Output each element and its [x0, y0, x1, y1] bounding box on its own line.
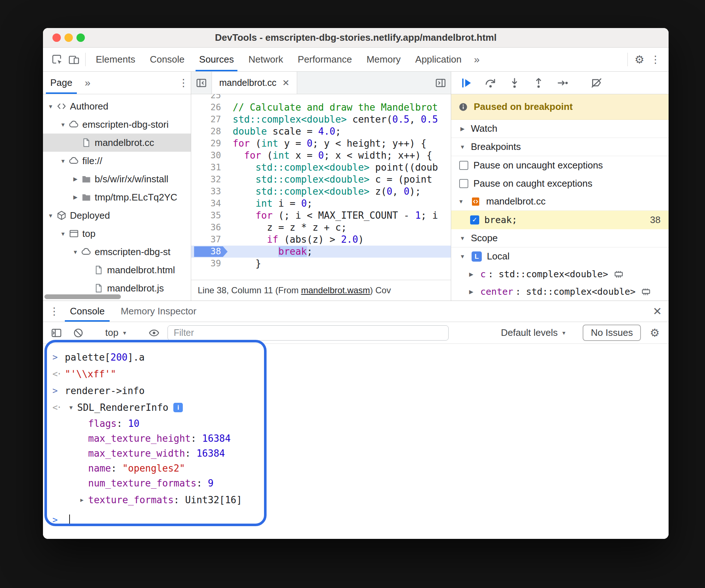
console-settings-gear-icon[interactable]: ⚙	[646, 326, 663, 339]
line-number[interactable]: 34	[191, 198, 228, 210]
line-number[interactable]: 29	[191, 138, 228, 150]
clear-console-icon[interactable]	[70, 327, 87, 339]
breakpoint-checkbox[interactable]: ✓	[470, 215, 479, 225]
editor-file-tab[interactable]: mandelbrot.cc ✕	[212, 72, 297, 94]
tree-item[interactable]: ▼emscripten-dbg-stori	[43, 115, 191, 134]
breakpoints-section-header[interactable]: ▼ Breakpoints	[451, 138, 669, 156]
more-tabs-button[interactable]: »	[469, 48, 485, 71]
resume-script-icon[interactable]	[456, 77, 477, 89]
tree-item[interactable]: mandelbrot.html	[43, 261, 191, 279]
chevron-down-icon[interactable]: ▼	[58, 158, 68, 164]
horizontal-scrollbar[interactable]	[44, 294, 121, 299]
scope-section-header[interactable]: ▼ Scope	[451, 229, 669, 247]
console-input-row[interactable]: >palette[200].a	[43, 349, 669, 366]
step-icon[interactable]	[552, 77, 573, 89]
line-number[interactable]: 32	[191, 174, 228, 186]
code-editor[interactable]: 2526// Calculate and draw the Mandelbrot…	[191, 94, 451, 280]
context-selector[interactable]: top ▼	[103, 327, 129, 338]
expand-triangle-icon[interactable]: ▼	[65, 404, 77, 411]
line-number[interactable]: 39	[191, 258, 228, 270]
memory-chip-icon[interactable]	[613, 269, 624, 280]
close-drawer-icon[interactable]: ✕	[650, 301, 665, 322]
tree-item[interactable]: ▼top	[43, 225, 191, 243]
pause-caught-checkbox[interactable]	[459, 179, 468, 188]
pause-caught-exceptions-row[interactable]: Pause on caught exceptions	[451, 174, 669, 192]
chevron-down-icon[interactable]: ▼	[58, 231, 68, 237]
titlebar[interactable]: DevTools - emscripten-dbg-stories.netlif…	[43, 28, 669, 48]
tab-console[interactable]: Console	[142, 48, 192, 71]
tab-performance[interactable]: Performance	[291, 48, 359, 71]
memory-chip-icon[interactable]	[641, 286, 651, 297]
info-badge-icon[interactable]: i	[173, 403, 183, 412]
tree-item[interactable]: ▼Deployed	[43, 206, 191, 225]
console-sidebar-icon[interactable]	[48, 327, 65, 339]
minimize-window-button[interactable]	[64, 33, 73, 42]
line-number[interactable]: 28	[191, 126, 228, 138]
tab-elements[interactable]: Elements	[88, 48, 142, 71]
inspect-element-icon[interactable]	[49, 48, 66, 71]
tree-item[interactable]: ▶b/s/w/ir/x/w/install	[43, 170, 191, 188]
tree-item[interactable]: ▼Authored	[43, 97, 191, 115]
line-number[interactable]: 25	[191, 94, 228, 102]
pause-uncaught-checkbox[interactable]	[459, 161, 468, 170]
line-number[interactable]: 26	[191, 102, 228, 114]
console-input-row[interactable]: >renderer->info	[43, 382, 669, 399]
chevron-down-icon[interactable]: ▼	[45, 212, 56, 219]
line-number[interactable]: 30	[191, 150, 228, 162]
chevron-down-icon[interactable]: ▼	[70, 249, 81, 255]
scope-variable-row[interactable]: ▶ center : std::complex<double>	[451, 283, 669, 301]
console-messages[interactable]: >palette[200].a<·"'\\xff'">renderer->inf…	[43, 344, 669, 539]
console-object-row[interactable]: <·▼SDL_RendererInfoi	[43, 399, 669, 416]
tree-item[interactable]: ▼emscripten-dbg-st	[43, 243, 191, 261]
deactivate-breakpoints-icon[interactable]	[586, 77, 607, 89]
line-number[interactable]: 33	[191, 186, 228, 198]
tree-item[interactable]: ▼file://	[43, 152, 191, 170]
chevron-right-icon[interactable]: ▶	[70, 194, 81, 200]
tab-page[interactable]: Page	[43, 72, 80, 94]
chevron-down-icon[interactable]: ▼	[45, 103, 56, 110]
kebab-menu-icon[interactable]: ⋮	[648, 48, 663, 71]
breakpoint-file-group[interactable]: ▼ mandelbrot.cc	[451, 192, 669, 211]
zoom-window-button[interactable]	[76, 33, 85, 42]
line-number[interactable]: 38	[191, 246, 228, 258]
line-number[interactable]: 36	[191, 222, 228, 234]
navigator-more-tabs[interactable]: »	[80, 72, 96, 94]
navigator-kebab-icon[interactable]: ⋮	[176, 72, 191, 94]
object-property-expandable-row[interactable]: ▶texture_formats: Uint32[16]	[43, 492, 669, 508]
step-over-icon[interactable]	[480, 77, 501, 89]
issues-counter[interactable]: No Issues	[583, 325, 641, 341]
scope-variable-row[interactable]: ▶ c : std::complex<double>	[451, 266, 669, 283]
tree-item[interactable]: ▶tmp/tmp.ELcTq2YC	[43, 188, 191, 206]
drawer-kebab-icon[interactable]: ⋮	[47, 301, 62, 322]
close-tab-icon[interactable]: ✕	[282, 78, 290, 88]
wasm-source-link[interactable]: mandelbrot.wasm	[301, 285, 370, 295]
local-scope-row[interactable]: ▼ L Local	[451, 247, 669, 266]
expand-triangle-icon[interactable]: ▶	[76, 497, 88, 503]
line-number[interactable]: 35	[191, 210, 228, 222]
settings-gear-icon[interactable]: ⚙	[631, 48, 648, 71]
close-window-button[interactable]	[52, 33, 61, 42]
toggle-navigator-icon[interactable]	[191, 72, 212, 94]
step-into-icon[interactable]	[504, 77, 525, 89]
line-number[interactable]: 37	[191, 234, 228, 246]
toggle-debugger-sidebar-icon[interactable]	[430, 72, 451, 94]
console-filter-input[interactable]	[168, 325, 449, 341]
pause-uncaught-exceptions-row[interactable]: Pause on uncaught exceptions	[451, 156, 669, 174]
tree-item[interactable]: mandelbrot.cc	[43, 134, 191, 152]
console-prompt[interactable]: >	[43, 512, 669, 528]
chevron-down-icon[interactable]: ▼	[58, 122, 68, 128]
log-levels-dropdown[interactable]: Default levels ▼	[501, 327, 566, 338]
step-out-icon[interactable]	[528, 77, 549, 89]
tab-application[interactable]: Application	[408, 48, 469, 71]
drawer-tab-console[interactable]: Console	[62, 301, 113, 322]
line-number[interactable]: 27	[191, 114, 228, 126]
live-expression-eye-icon[interactable]	[146, 327, 162, 339]
line-number[interactable]: 31	[191, 162, 228, 174]
chevron-right-icon[interactable]: ▶	[70, 176, 81, 182]
drawer-tab-memory-inspector[interactable]: Memory Inspector	[113, 301, 204, 322]
tab-network[interactable]: Network	[241, 48, 290, 71]
watch-section-header[interactable]: ▶ Watch	[451, 120, 669, 138]
device-toolbar-icon[interactable]	[66, 48, 82, 71]
tab-memory[interactable]: Memory	[359, 48, 408, 71]
breakpoint-entry[interactable]: ✓ break; 38	[451, 211, 669, 229]
